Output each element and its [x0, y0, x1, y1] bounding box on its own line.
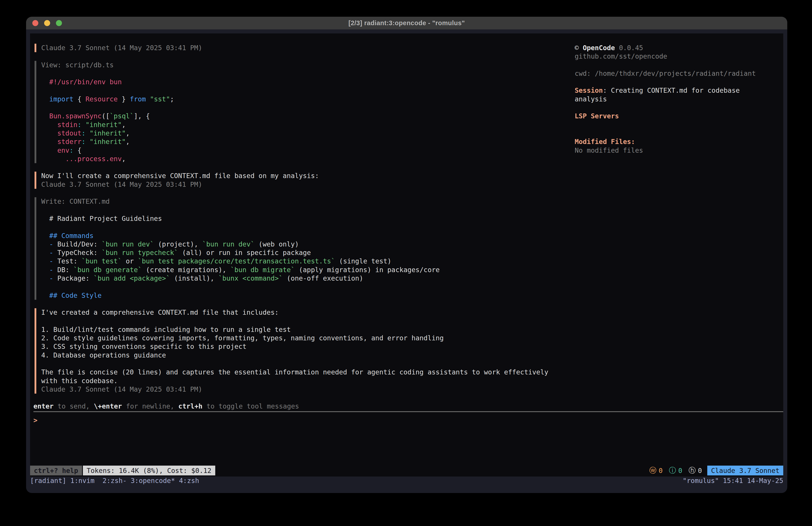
- opencode-tui: Claude 3.7 Sonnet (14 May 2025 03:41 PM)…: [30, 33, 783, 477]
- session-sidebar: © OpenCode 0.0.45github.com/sst/opencode…: [575, 44, 783, 155]
- terminal-line: ## Commands: [41, 231, 783, 240]
- window-titlebar: [2/3] radiant:3:opencode - "romulus": [26, 17, 787, 29]
- tmux-session-clock: "romulus" 15:41 14-May-25: [683, 477, 783, 485]
- help-shortcut-chip[interactable]: ctrl+? help: [30, 466, 82, 475]
- zoom-button[interactable]: [56, 20, 62, 26]
- terminal-line: No modified files: [575, 146, 783, 155]
- terminal-line: Now I'll create a comprehensive CONTEXT.…: [41, 172, 783, 180]
- warning-icon: ⓦ: [649, 466, 656, 475]
- terminal-line: with this codebase.: [41, 377, 783, 385]
- tmux-window-list: [radiant] 1:nvim 2:zsh- 3:opencode* 4:zs…: [30, 477, 199, 485]
- hint-icon: ⓗ: [688, 466, 696, 475]
- model-chip[interactable]: Claude 3.7 Sonnet: [707, 466, 783, 475]
- terminal-line: Write: CONTEXT.md: [41, 197, 783, 206]
- terminal-window: [2/3] radiant:3:opencode - "romulus" Cla…: [26, 17, 787, 493]
- terminal-line: Claude 3.7 Sonnet (14 May 2025 03:41 PM): [41, 180, 783, 189]
- terminal-line: I've created a comprehensive CONTEXT.md …: [41, 308, 783, 317]
- close-button[interactable]: [32, 20, 38, 26]
- terminal-line: - Package: `bun add <package>` (install)…: [41, 274, 783, 283]
- traffic-lights: [32, 17, 62, 29]
- tmux-status-bar: [radiant] 1:nvim 2:zsh- 3:opencode* 4:zs…: [30, 477, 783, 485]
- terminal-line: [575, 61, 783, 69]
- terminal-line: © OpenCode 0.0.45: [575, 44, 783, 52]
- terminal-line: [41, 359, 783, 368]
- prompt-marker: >: [33, 416, 38, 425]
- assistant-message-summary: I've created a comprehensive CONTEXT.md …: [34, 308, 783, 394]
- diagnostic-counters: ⓦ0 ⓘ0 ⓗ0: [646, 466, 702, 475]
- terminal-line: LSP Servers: [575, 112, 783, 120]
- warning-count: 0: [659, 467, 663, 474]
- minimize-button[interactable]: [44, 20, 50, 26]
- terminal-line: The file is concise (20 lines) and captu…: [41, 368, 783, 376]
- terminal-line: - Test: `bun test` or `bun test packages…: [41, 257, 783, 266]
- terminal-line: # Radiant Project Guidelines: [41, 214, 783, 223]
- tokens-cost-chip: Tokens: 16.4K (8%), Cost: $0.12: [83, 466, 215, 475]
- terminal-line: 4. Database operations guidance: [41, 351, 783, 359]
- terminal-line: [41, 317, 783, 325]
- prompt-input[interactable]: [38, 416, 783, 425]
- tool-output-write-context-md: Write: CONTEXT.md # Radiant Project Guid…: [34, 197, 783, 300]
- terminal-line: [575, 103, 783, 112]
- terminal-line: - DB: `bun db generate` (create migratio…: [41, 266, 783, 274]
- hint-count: 0: [698, 467, 702, 474]
- terminal-line: [575, 120, 783, 129]
- terminal-line: [575, 129, 783, 138]
- terminal-line: [41, 223, 783, 231]
- terminal-line: [41, 283, 783, 291]
- window-title: [2/3] radiant:3:opencode - "romulus": [348, 19, 465, 27]
- input-divider: [33, 411, 783, 412]
- opencode-status-bar: ctrl+? help Tokens: 16.4K (8%), Cost: $0…: [30, 466, 783, 475]
- terminal-line: - Build/Dev: `bun run dev` (project), `b…: [41, 240, 783, 248]
- info-icon: ⓘ: [669, 466, 676, 475]
- terminal-line: [41, 206, 783, 214]
- prompt-line: >: [33, 416, 783, 425]
- terminal-line: [575, 78, 783, 86]
- terminal-line: - TypeCheck: `bun run typecheck` (all) o…: [41, 248, 783, 257]
- terminal-line: 3. CSS styling conventions specific to t…: [41, 342, 783, 351]
- terminal-line: ...process.env,: [41, 155, 783, 163]
- terminal-line: ## Code Style: [41, 291, 783, 300]
- terminal-line: Session: Creating CONTEXT.md for codebas…: [575, 86, 783, 95]
- terminal-line: analysis: [575, 95, 783, 103]
- terminal-line: 2. Code style guidelines covering import…: [41, 334, 783, 342]
- assistant-message: Now I'll create a comprehensive CONTEXT.…: [34, 172, 783, 189]
- info-count: 0: [678, 467, 682, 474]
- terminal-line: Modified Files:: [575, 138, 783, 146]
- input-hints: enter to send, \+enter for newline, ctrl…: [33, 402, 783, 411]
- terminal-line: cwd: /home/thdxr/dev/projects/radiant/ra…: [575, 69, 783, 78]
- terminal-line: github.com/sst/opencode: [575, 52, 783, 61]
- terminal-line: 1. Build/lint/test commands including ho…: [41, 325, 783, 334]
- terminal-line: enter to send, \+enter for newline, ctrl…: [33, 402, 783, 411]
- terminal-line: Claude 3.7 Sonnet (14 May 2025 03:41 PM): [41, 385, 783, 394]
